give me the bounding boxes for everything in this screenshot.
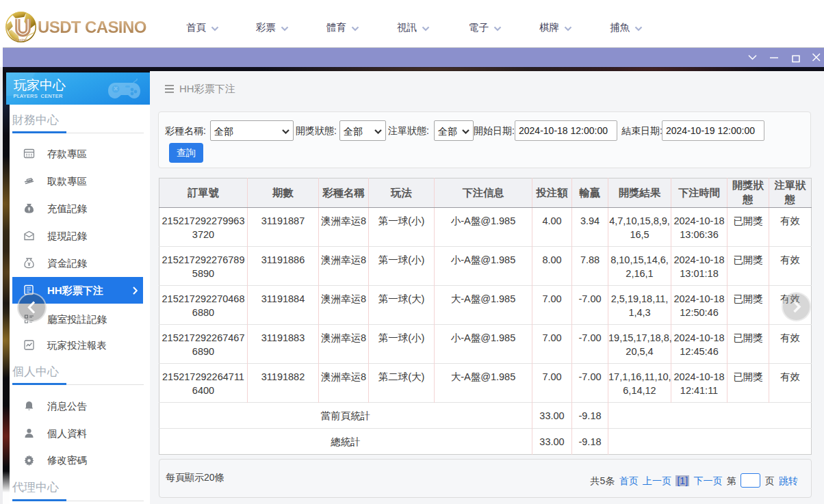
svg-text:Casino: Casino (15, 38, 28, 42)
